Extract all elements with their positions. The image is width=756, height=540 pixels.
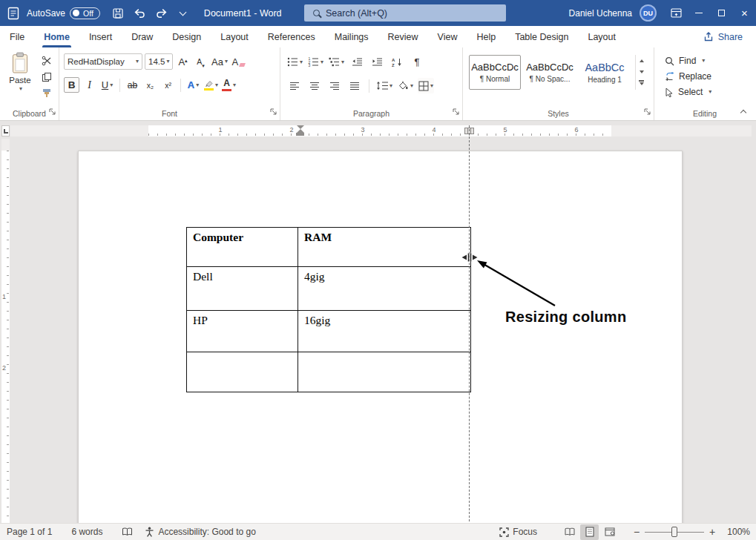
- clear-formatting-button[interactable]: A: [231, 54, 246, 70]
- shrink-font-button[interactable]: A: [193, 54, 208, 70]
- zoom-slider[interactable]: [645, 526, 704, 538]
- bold-button[interactable]: B: [64, 77, 79, 93]
- zoom-in-button[interactable]: +: [706, 526, 719, 538]
- table-cell[interactable]: RAM: [298, 228, 471, 267]
- web-layout-button[interactable]: [600, 524, 619, 540]
- increase-indent-button[interactable]: [369, 54, 385, 70]
- zoom-slider-thumb[interactable]: [671, 527, 677, 537]
- underline-button[interactable]: U: [99, 77, 115, 93]
- text-effects-button[interactable]: A: [185, 77, 201, 93]
- table-row[interactable]: HP 16gig: [187, 311, 471, 352]
- table-cell[interactable]: HP: [187, 311, 298, 352]
- table-row[interactable]: Dell 4gig: [187, 267, 471, 311]
- shading-button[interactable]: [397, 78, 414, 93]
- page-number-status[interactable]: Page 1 of 1: [4, 527, 55, 537]
- table-cell[interactable]: [298, 352, 471, 392]
- bullets-button[interactable]: [286, 54, 303, 70]
- strikethrough-button[interactable]: ab: [125, 77, 140, 93]
- font-name-select[interactable]: RedHatDisplay: [64, 53, 142, 70]
- tab-view[interactable]: View: [428, 26, 467, 47]
- ribbon-display-options-button[interactable]: [665, 0, 687, 26]
- multilevel-list-button[interactable]: [328, 54, 345, 70]
- style-normal[interactable]: AaBbCcDc ¶ Normal: [469, 55, 521, 90]
- cut-button[interactable]: [40, 55, 53, 67]
- table-cell[interactable]: Computer: [187, 228, 298, 267]
- sort-button[interactable]: AZ: [389, 54, 405, 70]
- justify-button[interactable]: [346, 78, 363, 93]
- proofing-status-button[interactable]: [119, 527, 136, 536]
- font-color-button[interactable]: A: [221, 77, 237, 93]
- table-cell[interactable]: Dell: [187, 267, 298, 311]
- user-avatar[interactable]: DU: [640, 4, 657, 22]
- font-dialog-launcher-icon[interactable]: [270, 106, 277, 117]
- autosave-switch[interactable]: Off: [70, 7, 100, 19]
- select-button[interactable]: Select: [665, 87, 755, 97]
- tab-help[interactable]: Help: [467, 26, 505, 47]
- document-page[interactable]: Computer RAM Dell 4gig HP 16gig: [78, 151, 683, 523]
- style-no-spacing[interactable]: AaBbCcDc ¶ No Spac...: [524, 55, 576, 90]
- decrease-indent-button[interactable]: [349, 54, 365, 70]
- align-left-button[interactable]: [286, 78, 303, 93]
- align-right-button[interactable]: [326, 78, 343, 93]
- borders-button[interactable]: [418, 78, 434, 93]
- styles-more-button[interactable]: [636, 77, 647, 88]
- grow-font-button[interactable]: A: [175, 54, 191, 70]
- quick-access-toolbar-chevron[interactable]: [172, 0, 194, 26]
- format-painter-button[interactable]: [40, 88, 53, 99]
- tab-draw[interactable]: Draw: [122, 26, 162, 47]
- document-canvas[interactable]: Computer RAM Dell 4gig HP 16gig: [0, 138, 756, 523]
- styles-scroll-up-button[interactable]: [636, 55, 647, 66]
- word-logo-icon[interactable]: [0, 7, 27, 20]
- superscript-button[interactable]: x²: [160, 77, 176, 93]
- italic-button[interactable]: I: [82, 77, 97, 93]
- table-row[interactable]: [187, 352, 471, 392]
- copy-button[interactable]: [40, 71, 53, 83]
- numbering-button[interactable]: 123: [307, 54, 324, 70]
- tab-selector-button[interactable]: [1, 125, 10, 136]
- read-mode-button[interactable]: [560, 524, 579, 540]
- styles-scroll-down-button[interactable]: [636, 66, 647, 77]
- tab-mailings[interactable]: Mailings: [325, 26, 378, 47]
- user-name[interactable]: Daniel Uchenna: [569, 8, 632, 19]
- zoom-out-button[interactable]: −: [630, 526, 643, 538]
- left-indent-icon[interactable]: [296, 133, 304, 136]
- search-box[interactable]: Search (Alt+Q): [304, 4, 506, 22]
- tab-design[interactable]: Design: [162, 26, 211, 47]
- accessibility-status[interactable]: Accessibility: Good to go: [142, 527, 258, 537]
- maximize-button[interactable]: [710, 0, 733, 26]
- share-button[interactable]: Share: [690, 26, 756, 47]
- tab-layout-contextual[interactable]: Layout: [578, 26, 625, 47]
- redo-button[interactable]: [151, 0, 172, 26]
- style-heading-1[interactable]: AaBbCc Heading 1: [579, 55, 631, 90]
- highlight-color-button[interactable]: [203, 77, 219, 93]
- tab-insert[interactable]: Insert: [79, 26, 122, 47]
- line-spacing-button[interactable]: [375, 78, 393, 93]
- tab-layout[interactable]: Layout: [211, 26, 258, 47]
- table-cell[interactable]: [187, 352, 298, 392]
- undo-button[interactable]: [129, 0, 151, 26]
- font-size-select[interactable]: 14.5: [145, 53, 173, 70]
- find-button[interactable]: Find: [665, 56, 755, 66]
- replace-button[interactable]: Replace: [665, 71, 755, 82]
- clipboard-dialog-launcher-icon[interactable]: [49, 106, 56, 117]
- zoom-level[interactable]: 100%: [722, 527, 750, 537]
- close-button[interactable]: ×: [733, 0, 756, 26]
- indent-marker[interactable]: [296, 125, 304, 136]
- tab-table-design[interactable]: Table Design: [505, 26, 578, 47]
- paste-button[interactable]: Paste: [4, 52, 36, 99]
- word-count-status[interactable]: 6 words: [68, 527, 105, 537]
- table-row[interactable]: Computer RAM: [187, 228, 471, 267]
- tab-references[interactable]: References: [258, 26, 325, 47]
- tab-review[interactable]: Review: [378, 26, 428, 47]
- tab-home[interactable]: Home: [34, 26, 79, 47]
- subscript-button[interactable]: x₂: [142, 77, 158, 93]
- align-center-button[interactable]: [306, 78, 323, 93]
- styles-dialog-launcher-icon[interactable]: [644, 106, 651, 117]
- paragraph-dialog-launcher-icon[interactable]: [453, 106, 459, 117]
- show-hide-formatting-button[interactable]: ¶: [409, 54, 425, 70]
- horizontal-ruler[interactable]: 1 2 3 4 5 6: [10, 125, 752, 136]
- table-cell[interactable]: 16gig: [298, 311, 471, 352]
- table-cell[interactable]: 4gig: [298, 267, 471, 311]
- document-table[interactable]: Computer RAM Dell 4gig HP 16gig: [186, 227, 471, 392]
- print-layout-button[interactable]: [580, 524, 599, 540]
